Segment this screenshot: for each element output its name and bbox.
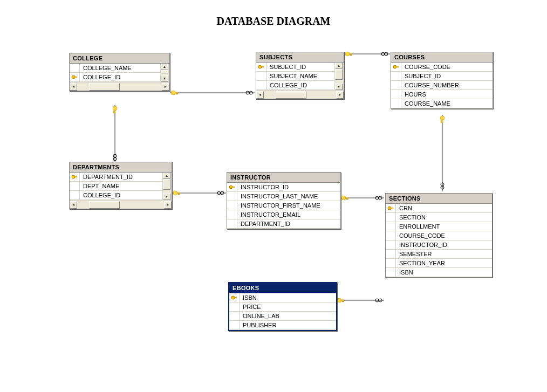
scroll-down-icon[interactable]: ▾ [161,75,168,82]
scroll-up-icon[interactable]: ▴ [335,63,343,69]
column-name: SUBJECT_ID [266,63,334,71]
table-row[interactable]: ISBN [386,268,492,277]
table-row[interactable]: SECTION [386,213,492,222]
table-row[interactable]: SEMESTER [386,250,492,259]
column-name: ENROLLMENT [396,222,492,231]
table-row[interactable]: COLLEGE_ID [256,81,334,90]
table-ebooks[interactable]: EBOOKS ISBN PRICE ONLINE_LAB PUBLISHER [228,282,337,331]
table-row[interactable]: COLLEGE_NAME [70,64,160,73]
table-row[interactable]: DEPARTMENT_ID [227,219,340,229]
scroll-left-icon[interactable]: ◂ [70,83,77,91]
scroll-left-icon[interactable]: ◂ [70,201,77,209]
primary-key-icon [386,204,396,212]
table-row[interactable]: INSTRUCTOR_FIRST_NAME [227,201,340,210]
vertical-scrollbar[interactable]: ▴ ▾ [334,63,344,90]
svg-rect-9 [261,66,264,67]
table-row[interactable]: ONLINE_LAB [229,312,336,321]
primary-key-icon [256,63,266,71]
scroll-up-icon[interactable]: ▴ [161,64,168,70]
horizontal-scrollbar[interactable]: ◂ ▸ [256,90,344,99]
scroll-down-icon[interactable]: ▾ [335,84,343,90]
column-name: COURSE_NUMBER [401,81,493,90]
column-name: ONLINE_LAB [240,312,336,320]
primary-key-icon [391,63,401,71]
table-departments[interactable]: DEPARTMENTS DEPARTMENT_ID DEPT_NAME COLL… [69,162,172,209]
column-name: SECTION_YEAR [396,259,492,267]
column-name: ISBN [396,268,492,277]
table-row[interactable]: COLLEGE_ID [70,73,160,82]
column-name: INSTRUCTOR_LAST_NAME [237,192,340,201]
table-row[interactable]: COURSE_NAME [391,99,493,108]
vertical-scrollbar[interactable]: ▴ ▾ [160,64,169,82]
scroll-down-icon[interactable]: ▾ [163,194,170,200]
table-header[interactable]: SECTIONS [386,194,492,204]
table-header[interactable]: SUBJECTS [256,52,344,63]
column-name: COLLEGE_ID [80,191,162,200]
horizontal-scrollbar[interactable]: ◂ ▸ [70,200,172,209]
column-name: PUBLISHER [240,321,336,329]
table-row[interactable]: HOURS [391,90,493,99]
column-name: INSTRUCTOR_ID [237,183,340,191]
table-row[interactable]: INSTRUCTOR_EMAIL [227,210,340,219]
column-name: COLLEGE_ID [80,73,160,81]
column-name: COURSE_CODE [396,231,492,240]
primary-key-icon [227,183,237,191]
table-row[interactable]: SUBJECT_NAME [256,72,334,81]
scroll-right-icon[interactable]: ▸ [336,91,344,99]
scroll-up-icon[interactable]: ▴ [163,173,170,179]
table-courses[interactable]: COURSES COURSE_CODE SUBJECT_ID COURSE_NU… [391,52,493,109]
column-name: COLLEGE_ID [266,81,334,90]
vertical-scrollbar[interactable]: ▴ ▾ [162,173,172,200]
column-name: ISBN [240,293,336,302]
table-header[interactable]: COURSES [391,52,493,63]
table-row[interactable]: ISBN [229,293,336,302]
column-name: INSTRUCTOR_ID [396,240,492,249]
table-row[interactable]: DEPARTMENT_ID [70,173,162,182]
column-name: DEPARTMENT_ID [237,219,340,228]
table-row[interactable]: CRN [386,204,492,213]
column-name: SUBJECT_ID [401,72,493,80]
table-row[interactable]: COURSE_NUMBER [391,81,493,90]
table-row[interactable]: SUBJECT_ID [391,72,493,81]
scroll-right-icon[interactable]: ▸ [164,201,172,209]
primary-key-icon [70,73,80,81]
table-row[interactable]: PRICE [229,302,336,312]
table-row[interactable]: SUBJECT_ID [256,63,334,72]
column-name: SUBJECT_NAME [266,72,334,80]
table-header[interactable]: INSTRUCTOR [227,173,340,183]
table-row[interactable]: COLLEGE_ID [70,191,162,200]
table-row[interactable]: ENROLLMENT [386,222,492,231]
table-row[interactable]: PUBLISHER [229,321,336,330]
table-row[interactable]: COURSE_CODE [386,231,492,240]
table-header[interactable]: DEPARTMENTS [70,162,172,173]
table-sections[interactable]: SECTIONS CRN SECTION ENROLLMENT COURSE_C… [385,193,493,278]
table-instructor[interactable]: INSTRUCTOR INSTRUCTOR_ID INSTRUCTOR_LAST… [227,172,341,229]
svg-rect-7 [74,77,77,78]
scroll-left-icon[interactable]: ◂ [256,91,264,99]
column-name: PRICE [240,302,336,311]
table-college[interactable]: COLLEGE COLLEGE_NAME COLLEGE_ID ▴ ▾ ◂ ▸ [69,53,170,91]
column-name: INSTRUCTOR_EMAIL [237,210,340,219]
column-name: COURSE_NAME [401,99,493,108]
primary-key-icon [70,173,80,181]
horizontal-scrollbar[interactable]: ◂ ▸ [70,82,169,91]
svg-rect-11 [396,66,399,67]
column-name: CRN [396,204,492,212]
table-subjects[interactable]: SUBJECTS SUBJECT_ID SUBJECT_NAME COLLEGE… [256,52,344,99]
table-row[interactable]: INSTRUCTOR_ID [386,240,492,250]
svg-rect-15 [232,187,235,188]
scroll-right-icon[interactable]: ▸ [162,83,169,91]
table-row[interactable]: INSTRUCTOR_LAST_NAME [227,192,340,201]
table-header[interactable]: COLLEGE [70,53,169,64]
column-name: SEMESTER [396,250,492,258]
svg-rect-19 [234,297,237,298]
table-row[interactable]: COURSE_CODE [391,63,493,72]
table-header[interactable]: EBOOKS [229,283,336,293]
table-row[interactable]: SECTION_YEAR [386,259,492,268]
column-name: INSTRUCTOR_FIRST_NAME [237,201,340,210]
table-row[interactable]: INSTRUCTOR_ID [227,183,340,192]
primary-key-icon [229,293,240,302]
svg-rect-13 [74,176,77,177]
column-name: SECTION [396,213,492,222]
table-row[interactable]: DEPT_NAME [70,182,162,191]
